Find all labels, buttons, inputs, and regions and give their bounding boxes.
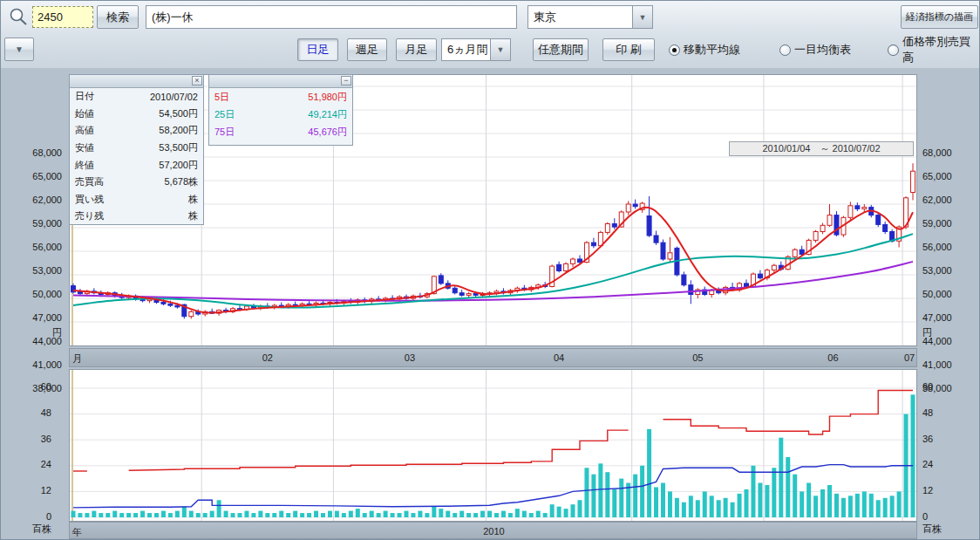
period-select[interactable]: 6ヵ月間 ▼ — [441, 38, 511, 61]
panel-row: 高値58,200円 — [70, 122, 203, 140]
price-tick-label: 53,000 — [922, 265, 952, 277]
panel-row: 5日51,980円 — [209, 88, 352, 106]
price-unit-label: 円 — [922, 327, 932, 338]
month-axis-band: 月 020304050607 — [69, 348, 917, 367]
close-icon[interactable]: × — [192, 76, 202, 85]
row-value: 53,500円 — [159, 141, 198, 154]
radio-icon[interactable] — [779, 44, 791, 56]
price-tick-label: 41,000 — [922, 359, 952, 371]
row-value: 51,980円 — [308, 91, 347, 104]
price-tick-label: 56,000 — [922, 242, 952, 253]
quote-info-panel: × 日付2010/07/02始値54,500円高値58,200円安値53,500… — [69, 74, 204, 225]
price-tick-label: 56,000 — [1, 242, 62, 253]
date-range-box: 2010/01/04 ～ 2010/07/02 — [729, 141, 914, 156]
row-label: 25日 — [214, 108, 235, 121]
price-tick-label: 47,000 — [922, 312, 952, 324]
price-tick-label: 68,000 — [922, 147, 952, 159]
row-value: 54,500円 — [159, 107, 198, 120]
price-tick-label: 50,000 — [922, 289, 952, 300]
volume-unit-label: 百株 — [922, 523, 942, 535]
row-label: 売り残 — [75, 209, 104, 222]
month-label: 07 — [899, 352, 920, 363]
price-tick-label: 65,000 — [922, 171, 952, 182]
custom-period-button[interactable]: 任意期間 — [533, 38, 589, 61]
exchange-value: 東京 — [534, 10, 556, 25]
price-tick-label: 65,000 — [1, 171, 62, 182]
month-label: 04 — [548, 352, 569, 363]
print-button[interactable]: 印 刷 — [602, 38, 655, 61]
price-tick-label: 53,000 — [1, 265, 62, 277]
volume-tick-label: 60 — [1, 381, 51, 393]
row-label: 75日 — [214, 126, 235, 139]
chart-area: 月 020304050607 年 2010 円 円 百株 百株 68,00068… — [1, 68, 980, 540]
panel-row: 売買高5,678株 — [70, 174, 203, 191]
stock-name-field[interactable]: (株)一休 — [146, 5, 517, 29]
price-tick-label: 59,000 — [1, 218, 62, 229]
ma-legend-panel: − 5日51,980円25日49,214円75日45,676円 — [208, 74, 353, 146]
price-tick-label: 62,000 — [922, 195, 952, 206]
radio-ichimoku[interactable]: 一目均衡表 — [779, 38, 851, 61]
radio-label: 移動平均線 — [684, 42, 740, 58]
month-row-label: 月 — [72, 352, 82, 366]
chevron-down-icon[interactable]: ▼ — [632, 6, 652, 28]
row-value: 58,200円 — [159, 124, 198, 137]
price-tick-label: 41,000 — [1, 359, 62, 371]
row-label: 始値 — [75, 107, 94, 120]
radio-icon[interactable] — [669, 44, 680, 56]
month-label: 03 — [399, 352, 420, 363]
exchange-select[interactable]: 東京 ▼ — [527, 5, 653, 29]
year-label: 2010 — [70, 526, 918, 537]
volume-tick-label: 48 — [1, 407, 51, 419]
radio-moving-average[interactable]: 移動平均線 — [669, 38, 740, 61]
radio-volume-by-price[interactable]: 価格帯別売買高 — [888, 38, 980, 61]
search-button[interactable]: 検索 — [97, 5, 139, 29]
stock-code-input[interactable]: 2450 — [32, 6, 93, 28]
tab-monthly[interactable]: 月足 — [396, 38, 437, 61]
price-tick-label: 47,000 — [1, 312, 62, 324]
year-axis-band: 年 2010 — [69, 522, 917, 539]
row-label: 売買高 — [75, 175, 104, 188]
row-value: 57,200円 — [159, 159, 198, 172]
month-label: 06 — [822, 352, 843, 363]
volume-tick-label: 48 — [922, 407, 933, 419]
row-value: 株 — [188, 193, 198, 206]
volume-tick-label: 0 — [922, 511, 928, 523]
price-tick-label: 62,000 — [1, 195, 62, 206]
draw-economic-indicator-button[interactable]: 経済指標の描画 — [901, 5, 978, 29]
tab-weekly[interactable]: 週足 — [347, 38, 387, 61]
row-label: 安値 — [75, 141, 94, 154]
tab-daily[interactable]: 日足 — [297, 38, 338, 61]
panel-row: 終値57,200円 — [70, 156, 203, 174]
row-value: 5,678株 — [164, 175, 198, 188]
chevron-down-icon[interactable]: ▼ — [490, 39, 510, 60]
volume-tick-label: 36 — [1, 434, 51, 445]
panel-row: 日付2010/07/02 — [70, 88, 203, 106]
month-label: 02 — [257, 352, 278, 363]
price-tick-label: 50,000 — [1, 289, 62, 300]
period-value: 6ヵ月間 — [447, 42, 488, 58]
panel-header: × — [70, 75, 203, 88]
row-value: 49,214円 — [308, 108, 347, 121]
volume-tick-label: 12 — [922, 485, 933, 496]
price-tick-label: 38,000 — [922, 383, 952, 394]
minimize-icon[interactable]: − — [341, 76, 351, 85]
panel-row: 25日49,214円 — [209, 106, 352, 123]
price-unit-label: 円 — [1, 327, 62, 338]
volume-chart-plot[interactable] — [69, 369, 917, 522]
panel-row: 買い残株 — [70, 191, 203, 208]
row-value: 45,676円 — [308, 126, 347, 139]
volume-tick-label: 24 — [922, 459, 933, 470]
toolbar: 2450 検索 (株)一休 東京 ▼ 経済指標の描画 ▼ 日足 週足 月足 6ヵ… — [1, 1, 980, 69]
radio-icon[interactable] — [888, 44, 899, 56]
row-value: 株 — [188, 209, 198, 222]
expand-toolbar-button[interactable]: ▼ — [4, 38, 34, 61]
row-label: 5日 — [214, 91, 229, 104]
row-value: 2010/07/02 — [150, 92, 198, 102]
radio-label: 一目均衡表 — [794, 42, 851, 58]
row-label: 終値 — [75, 159, 94, 172]
volume-tick-label: 12 — [1, 485, 51, 496]
search-icon — [8, 7, 29, 28]
row-label: 高値 — [75, 124, 94, 137]
row-label: 日付 — [75, 90, 94, 103]
price-tick-label: 38,000 — [1, 383, 62, 394]
